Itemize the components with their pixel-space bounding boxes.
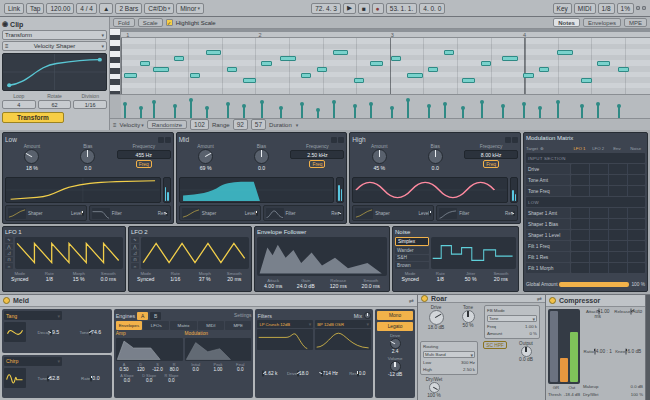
matrix-row[interactable]: Tone Freq [526,186,645,196]
midi-note[interactable] [391,56,402,61]
range-to-field[interactable]: 57 [251,119,266,130]
frequency-value[interactable]: 455 Hz [117,150,171,159]
threshold-value[interactable]: -18.4 dB [564,392,580,397]
play-button[interactable]: ▶ [343,3,356,14]
drive-knob[interactable] [429,310,444,325]
param-value[interactable]: 0.0 ms [94,276,124,282]
global-amount-slider[interactable] [559,282,629,287]
arrangement-position-field[interactable]: 72. 4. 3 [311,3,341,14]
threshold-slider[interactable] [550,311,558,382]
velocity-stem[interactable] [243,106,245,118]
velocity-stem[interactable] [354,106,356,118]
velocity-stem[interactable] [407,100,409,118]
makeup-value[interactable]: 0.0 dB [631,384,643,389]
param-value[interactable]: 1/16 [161,276,191,282]
velocity-lane-grid[interactable] [121,94,650,118]
param-value[interactable]: 120 ms [322,283,355,289]
midi-map-button[interactable]: MIDI [574,3,596,14]
midi-note[interactable] [243,78,256,83]
scale-name-selector[interactable]: Minor▾ [176,3,204,14]
velocity-stem[interactable] [581,106,583,118]
loop-start-field[interactable]: 53. 1. 1. [386,3,418,14]
velocity-stem[interactable] [523,104,525,118]
loop-length-field[interactable]: 4. 0. 0 [419,3,445,14]
param-value[interactable]: 4.00 ms [257,283,290,289]
midi-note[interactable] [444,50,455,55]
param-value[interactable]: 120 [132,367,149,372]
engine-b-selector[interactable]: Chirp▾ [4,357,62,366]
settings-tab[interactable]: Settings [234,313,251,318]
filter-2-display[interactable] [315,329,371,350]
amp-envelope-selector[interactable]: Amp [116,331,183,338]
noise-mode-simplex[interactable]: Simplex [395,237,429,246]
velocity-stem[interactable] [462,108,464,118]
midi-note[interactable] [407,73,423,78]
saw-shape-icon[interactable]: ◿ [131,250,139,256]
freq-knob[interactable] [321,370,323,377]
shaper-slot[interactable]: ShaperLevel [5,205,87,221]
tab-notes[interactable]: Notes [553,18,580,27]
note-grid[interactable] [121,38,650,94]
envelope-follower-display[interactable] [257,237,387,276]
matrix-row[interactable]: Filt 1 Freq [526,241,645,251]
matrix-row[interactable]: Shaper 1 Bias [526,219,645,229]
square-shape-icon[interactable]: ⊓ [131,257,139,263]
velocity-stem[interactable] [502,106,504,118]
midi-note[interactable] [539,67,550,72]
source-lfo1[interactable]: LFO 1 [570,146,589,151]
amp-envelope-display[interactable] [116,338,183,361]
amount-knob[interactable] [198,149,213,164]
tempo-field[interactable]: 120.00 [46,3,74,14]
matrix-cells[interactable] [571,263,645,273]
noise-mode-sh[interactable]: S&H [395,255,429,262]
midi-note[interactable] [481,61,492,66]
rotate-param-value[interactable]: 62 [38,100,72,109]
res-knob[interactable] [513,210,515,217]
param-value[interactable]: 37 % [190,276,220,282]
drywet-knob[interactable] [429,382,440,393]
tab-mpe[interactable]: MPE [624,18,647,27]
midi-note[interactable] [581,78,592,83]
scale-root-selector[interactable]: C#/Db▾ [144,3,174,14]
amount-knob[interactable] [24,149,39,164]
midi-note[interactable] [557,50,573,55]
band-display-toggle-icon[interactable] [165,137,171,143]
velocity-stem[interactable] [140,108,142,118]
matrix-cells[interactable] [571,186,645,196]
velocity-stem[interactable] [391,108,393,118]
param-value[interactable]: 20.0 ms [355,283,388,289]
band-display-toggle-icon[interactable] [331,137,337,143]
midi-note[interactable] [124,73,137,78]
param-value[interactable]: Synced [131,276,161,282]
triangle-shape-icon[interactable]: ⋀ [131,244,139,250]
noise-mode-brown[interactable]: Brown [395,262,429,269]
bias-knob[interactable] [80,149,95,164]
source-env[interactable]: Env [608,146,627,151]
legato-button[interactable]: Legato [377,322,413,331]
velocity-stem[interactable] [557,102,559,118]
shaper-curve-display[interactable] [352,177,508,203]
midi-note[interactable] [153,67,169,72]
filter-1-display[interactable] [257,329,313,350]
param-value[interactable]: 0.0 [138,378,160,383]
noise-display[interactable] [431,237,516,269]
mix-knob[interactable] [364,312,371,319]
tab-matrix[interactable]: Matrix [170,321,196,330]
param-value[interactable]: 1/8 [35,276,65,282]
tab-mpe[interactable]: MPE [225,321,251,330]
velocity-stem[interactable] [227,104,229,118]
freq-mod-button[interactable]: Freq [483,160,499,168]
volume-knob[interactable] [390,361,401,372]
matrix-row[interactable]: Shaper 1 Level [526,230,645,240]
amount-knob[interactable] [372,149,387,164]
time-signature-field[interactable]: 4 / 4 [76,3,97,14]
compressor-display[interactable] [548,309,580,384]
high-crossover-value[interactable]: 2.50 k [463,367,475,372]
midi-note[interactable] [502,56,518,61]
routing-selector[interactable]: Multi Band▾ [423,351,475,358]
lfo-2-display[interactable] [141,237,249,269]
level-knob[interactable] [429,210,431,217]
midi-note[interactable] [140,61,151,66]
drywet-value[interactable]: 100 % [631,392,643,397]
band-display-toggle-icon[interactable] [512,137,518,143]
